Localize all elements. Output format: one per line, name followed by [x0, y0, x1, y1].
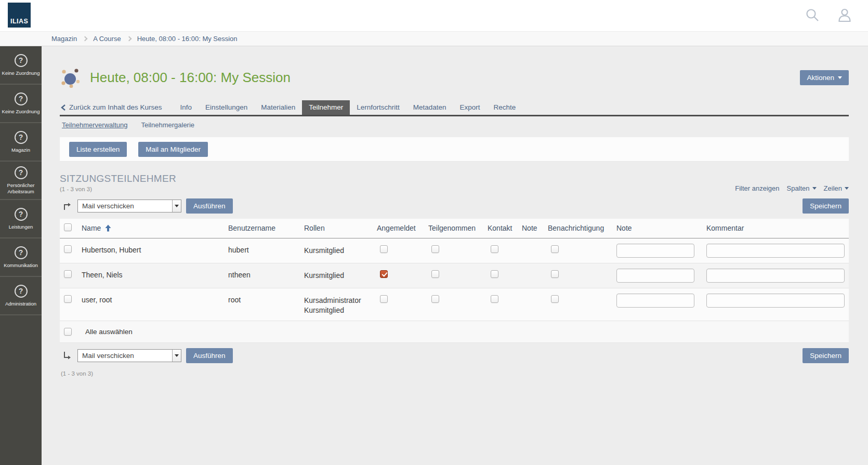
- row-select-checkbox[interactable]: [64, 245, 72, 253]
- command-select-bottom[interactable]: Mail verschicken: [77, 349, 181, 362]
- breadcrumb-item-session[interactable]: Heute, 08:00 - 16:00: My Session: [137, 35, 238, 43]
- chevron-left-icon: [61, 104, 65, 111]
- user-icon[interactable]: [837, 7, 852, 23]
- column-header-kontakt: Kontakt: [486, 219, 521, 238]
- filter-link-label: Filter anzeigen: [735, 184, 779, 192]
- sidebar-item-label: Persönlicher Arbeitsraum: [1, 182, 41, 195]
- angemeldet-checkbox[interactable]: [380, 295, 388, 303]
- row-select-checkbox[interactable]: [64, 295, 72, 303]
- select-all-header-checkbox[interactable]: [64, 223, 72, 231]
- kommentar-input[interactable]: [706, 294, 845, 308]
- search-icon[interactable]: [805, 7, 820, 23]
- mail-an-mitglieder-button[interactable]: Mail an Mitglieder: [138, 142, 208, 157]
- kontakt-checkbox[interactable]: [491, 295, 498, 303]
- chevron-right-icon: [83, 36, 88, 42]
- cell-username: ntheen: [227, 263, 303, 288]
- teilgenommen-checkbox[interactable]: [431, 270, 439, 278]
- command-select-value: Mail verschicken: [78, 350, 172, 362]
- cell-note-display: [521, 238, 547, 263]
- column-header-note-input: Note: [615, 219, 705, 238]
- spalten-dropdown[interactable]: Spalten: [786, 184, 816, 192]
- question-circle-icon: [15, 54, 28, 67]
- back-tab-label: Zurück zum Inhalt des Kurses: [69, 103, 162, 111]
- sidebar-item-keine-zuordnung-2[interactable]: Keine Zuordnung: [0, 85, 42, 123]
- tab-export[interactable]: Export: [453, 100, 487, 115]
- column-header-kommentar: Kommentar: [705, 219, 849, 238]
- sort-asc-icon: [105, 224, 111, 232]
- kommentar-input[interactable]: [706, 244, 845, 258]
- table-command-row-bottom: Mail verschicken Ausführen Speichern: [60, 343, 849, 364]
- angemeldet-checkbox[interactable]: [380, 270, 388, 278]
- table-title: SITZUNGSTEILNEHMER: [60, 173, 176, 184]
- caret-down-icon: [838, 76, 842, 79]
- select-all-row: Alle auswählen: [60, 321, 849, 343]
- sidebar-item-keine-zuordnung-1[interactable]: Keine Zuordnung: [0, 46, 42, 85]
- subtab-teilnehmergalerie[interactable]: Teilnehmergalerie: [141, 121, 194, 129]
- breadcrumb-item-magazin[interactable]: Magazin: [51, 35, 77, 43]
- table-command-row-top: Mail verschicken Ausführen Speichern: [60, 197, 849, 219]
- sidebar-item-label: Kommunikation: [4, 262, 37, 269]
- page-title: Heute, 08:00 - 16:00: My Session: [90, 70, 291, 86]
- tab-teilnehmer[interactable]: Teilnehmer: [302, 100, 350, 115]
- select-all-checkbox[interactable]: [64, 328, 72, 336]
- teilgenommen-checkbox[interactable]: [431, 245, 439, 253]
- zeilen-dropdown[interactable]: Zeilen: [824, 184, 849, 192]
- note-input[interactable]: [616, 294, 694, 308]
- cell-name: user, root: [81, 288, 227, 321]
- teilgenommen-checkbox[interactable]: [431, 295, 439, 303]
- speichern-button-top[interactable]: Speichern: [803, 198, 849, 214]
- note-input[interactable]: [616, 269, 694, 283]
- table-header-row: Name Benutzername Rollen Angemeldet Teil…: [60, 219, 849, 238]
- tab-info[interactable]: Info: [174, 100, 199, 115]
- kontakt-checkbox[interactable]: [491, 245, 498, 253]
- tab-einstellungen[interactable]: Einstellungen: [199, 100, 254, 115]
- tab-rechte[interactable]: Rechte: [487, 100, 523, 115]
- column-header-name[interactable]: Name: [82, 224, 227, 232]
- sidebar-item-kommunikation[interactable]: Kommunikation: [0, 238, 42, 277]
- sidebar-item-label: Keine Zuordnung: [2, 109, 40, 115]
- aktionen-label: Aktionen: [807, 74, 834, 82]
- cell-note-display: [521, 263, 547, 288]
- top-header: ILIAS: [0, 0, 868, 31]
- benachrichtigung-checkbox[interactable]: [551, 245, 559, 253]
- benachrichtigung-checkbox[interactable]: [551, 270, 559, 278]
- aktionen-button[interactable]: Aktionen: [800, 70, 849, 85]
- tab-lernfortschritt[interactable]: Lernfortschritt: [350, 100, 406, 115]
- tab-bar: Zurück zum Inhalt des Kurses Info Einste…: [60, 100, 849, 116]
- command-select-value: Mail verschicken: [78, 200, 172, 212]
- sidebar-item-persoenlicher-arbeitsraum[interactable]: Persönlicher Arbeitsraum: [0, 162, 42, 200]
- kommentar-input[interactable]: [706, 269, 845, 283]
- sidebar-item-leistungen[interactable]: Leistungen: [0, 200, 42, 238]
- command-select-top[interactable]: Mail verschicken: [77, 200, 181, 212]
- sidebar-item-magazin[interactable]: Magazin: [0, 123, 42, 162]
- ilias-logo[interactable]: ILIAS: [8, 3, 31, 28]
- caret-down-icon: [845, 187, 849, 190]
- spalten-label: Spalten: [786, 184, 809, 192]
- apply-to-selection-down-icon: [62, 351, 71, 360]
- question-circle-icon: [15, 285, 28, 298]
- question-circle-icon: [15, 246, 28, 259]
- row-select-checkbox[interactable]: [64, 270, 72, 278]
- breadcrumb-item-course[interactable]: A Course: [93, 35, 121, 43]
- tab-materialien[interactable]: Materialien: [254, 100, 302, 115]
- ausfuehren-button-bottom[interactable]: Ausführen: [186, 348, 233, 363]
- main-content: Heute, 08:00 - 16:00: My Session Aktione…: [42, 46, 868, 465]
- kontakt-checkbox[interactable]: [491, 270, 498, 278]
- tab-metadaten[interactable]: Metadaten: [406, 100, 453, 115]
- filter-anzeigen-link[interactable]: Filter anzeigen: [735, 184, 779, 192]
- note-input[interactable]: [616, 244, 694, 258]
- tab-back-to-course[interactable]: Zurück zum Inhalt des Kurses: [60, 100, 167, 115]
- table-row: user, root root Kursadministrator Kursmi…: [60, 288, 849, 321]
- sidebar-item-administration[interactable]: Administration: [0, 277, 42, 315]
- speichern-button-bottom[interactable]: Speichern: [803, 348, 849, 363]
- cell-username: root: [227, 288, 303, 321]
- angemeldet-checkbox[interactable]: [380, 245, 388, 253]
- logo-text: ILIAS: [10, 18, 28, 25]
- breadcrumb: Magazin A Course Heute, 08:00 - 16:00: M…: [0, 31, 868, 46]
- table-row: Theen, Niels ntheen Kursmitglied: [60, 263, 849, 288]
- subtab-teilnehmerverwaltung[interactable]: Teilnehmerverwaltung: [62, 121, 127, 129]
- ausfuehren-button-top[interactable]: Ausführen: [186, 198, 233, 214]
- ilias-app: ILIAS Magazin A Course Heute, 08:00 - 16…: [0, 0, 868, 465]
- benachrichtigung-checkbox[interactable]: [551, 295, 559, 303]
- liste-erstellen-button[interactable]: Liste erstellen: [69, 142, 127, 157]
